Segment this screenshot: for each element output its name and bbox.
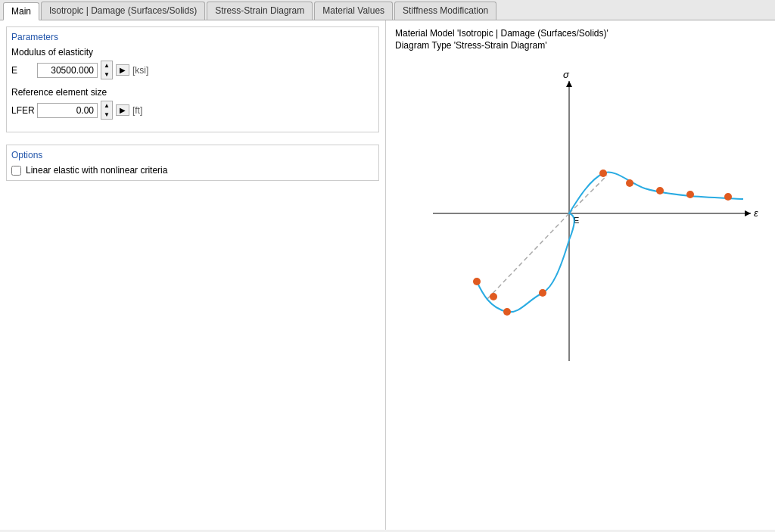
modulus-row: E ▲ ▼ ▶ [ksi] [11, 61, 374, 79]
diagram-title-line1: Material Model 'Isotropic | Damage (Surf… [395, 28, 766, 39]
E-spin-buttons: ▲ ▼ [101, 61, 113, 79]
control-point-1 [473, 278, 481, 285]
LFER-row: LFER ▲ ▼ ▶ [ft] [11, 101, 374, 120]
diagram-title-line2: Diagram Type 'Stress-Strain Diagram' [395, 40, 766, 51]
modulus-group: Modulus of elasticity E ▲ ▼ ▶ [ksi] [11, 47, 374, 79]
svg-line-4 [569, 176, 607, 213]
ref-element-group: Reference element size LFER ▲ ▼ ▶ [ft] [11, 87, 374, 120]
stress-strain-svg: σ ε E [395, 58, 766, 376]
E-spin-down[interactable]: ▼ [101, 70, 112, 79]
LFER-spin-buttons: ▲ ▼ [101, 101, 113, 120]
tab-material-values[interactable]: Material Values [314, 2, 393, 20]
linear-elastic-checkbox[interactable] [11, 166, 21, 176]
right-panel: Material Model 'Isotropic | Damage (Surf… [386, 20, 775, 530]
LFER-unit: [ft] [132, 105, 142, 116]
options-section: Options Linear elastic with nonlinear cr… [6, 145, 379, 181]
E-unit: [ksi] [132, 65, 148, 76]
svg-line-5 [486, 213, 569, 300]
sigma-label: σ [563, 69, 570, 80]
ref-element-label: Reference element size [11, 87, 374, 98]
LFER-id: LFER [11, 105, 34, 116]
LFER-spin-up[interactable]: ▲ [101, 101, 112, 110]
control-point-9 [724, 193, 732, 201]
LFER-input[interactable] [37, 103, 98, 118]
control-point-6 [626, 179, 633, 187]
control-point-8 [686, 191, 694, 198]
options-title: Options [11, 150, 374, 160]
tab-stress-strain[interactable]: Stress-Strain Diagram [207, 2, 313, 20]
E-arrow-btn[interactable]: ▶ [116, 64, 129, 76]
LFER-spin-down[interactable]: ▼ [101, 110, 112, 120]
E-input[interactable] [37, 63, 98, 78]
left-panel: Parameters Modulus of elasticity E ▲ ▼ ▶… [0, 20, 386, 530]
checkbox-row: Linear elastic with nonlinear criteria [11, 165, 374, 176]
chart-area: σ ε E [395, 58, 766, 376]
control-point-4 [539, 289, 546, 297]
modulus-label: Modulus of elasticity [11, 47, 374, 58]
tab-isotropic-damage[interactable]: Isotropic | Damage (Surfaces/Solids) [41, 2, 205, 20]
control-point-2 [490, 293, 497, 300]
tab-main[interactable]: Main [3, 2, 39, 20]
main-content: Parameters Modulus of elasticity E ▲ ▼ ▶… [0, 20, 775, 530]
epsilon-label: ε [754, 207, 758, 219]
parameters-title: Parameters [11, 32, 374, 42]
svg-marker-1 [745, 210, 751, 216]
E-spin-up[interactable]: ▲ [101, 61, 112, 70]
control-point-7 [656, 187, 664, 194]
control-point-3 [503, 308, 511, 316]
parameters-section: Parameters Modulus of elasticity E ▲ ▼ ▶… [6, 26, 379, 132]
control-point-5 [599, 170, 607, 177]
linear-elastic-label: Linear elastic with nonlinear criteria [26, 165, 167, 176]
LFER-arrow-btn[interactable]: ▶ [116, 104, 129, 116]
E-id: E [11, 65, 34, 76]
tab-stiffness-modification[interactable]: Stiffness Modification [394, 2, 496, 20]
tab-bar: Main Isotropic | Damage (Surfaces/Solids… [0, 0, 775, 20]
svg-marker-3 [566, 81, 572, 87]
